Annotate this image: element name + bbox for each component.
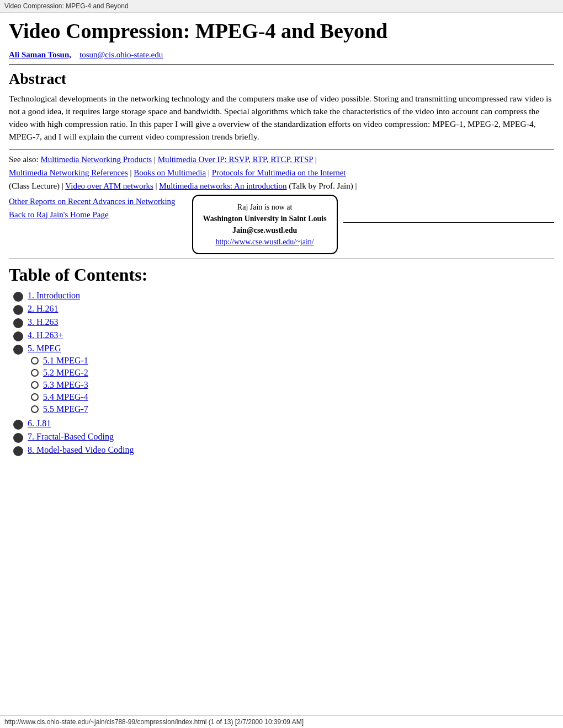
author-name-link[interactable]: Ali Saman Tosun, — [9, 50, 71, 59]
divider-1 — [9, 64, 554, 65]
toc-item-5: 5. MPEG 5.1 MPEG-1 5.2 MPEG-2 5.3 MPEG-3 — [13, 344, 554, 416]
toc-sublink-5-4[interactable]: 5.4 MPEG-4 — [43, 392, 88, 402]
toc-subitem-5-4: 5.4 MPEG-4 — [31, 392, 88, 402]
toc-subitem-5-2: 5.2 MPEG-2 — [31, 368, 88, 378]
toc-item-3: 3. H.263 — [13, 317, 554, 328]
bullet-3 — [13, 318, 23, 328]
toc-item-2: 2. H.261 — [13, 304, 554, 315]
see-also-line: See also: Multimedia Networking Products… — [9, 153, 554, 192]
author-line: Ali Saman Tosun, tosun@cis.ohio-state.ed… — [9, 50, 554, 60]
bullet-1 — [13, 292, 23, 302]
abstract-title: Abstract — [9, 70, 554, 88]
see-also-link-3[interactable]: Multimedia Networking References — [9, 168, 128, 177]
sub-bullet-5-2 — [31, 369, 39, 377]
toc-sublink-5-1[interactable]: 5.1 MPEG-1 — [43, 356, 88, 366]
toc-link-7[interactable]: 7. Fractal-Based Coding — [28, 432, 114, 442]
toc-link-2[interactable]: 2. H.261 — [28, 304, 59, 314]
toc-item-4: 4. H.263+ — [13, 330, 554, 341]
toc-sublink-5-3[interactable]: 5.3 MPEG-3 — [43, 380, 88, 390]
toc-title: Table of Contents: — [9, 265, 554, 285]
see-also-prefix: See also: — [9, 155, 39, 164]
footer-text: http://www.cis.ohio-state.edu/~jain/cis7… — [4, 718, 304, 726]
author-email-link[interactable]: tosun@cis.ohio-state.edu — [79, 50, 163, 59]
see-also-link-5[interactable]: Protocols for Multimedia on the Internet — [212, 168, 346, 177]
abstract-text: Technological developments in the networ… — [9, 92, 554, 143]
raj-jain-url[interactable]: http://www.cse.wustl.edu/~jain/ — [216, 238, 314, 246]
bottom-links-row: Other Reports on Recent Advances in Netw… — [9, 195, 554, 254]
page-title: Video Compression: MPEG-4 and Beyond — [9, 19, 554, 44]
bullet-2 — [13, 305, 23, 315]
toc-item-7: 7. Fractal-Based Coding — [13, 432, 554, 443]
other-reports-link[interactable]: Other Reports on Recent Advances in Netw… — [9, 197, 176, 206]
toc-link-8[interactable]: 8. Model-based Video Coding — [28, 445, 134, 455]
back-home-link[interactable]: Back to Raj Jain's Home Page — [9, 210, 109, 219]
toc-item-6: 6. J.81 — [13, 419, 554, 430]
sub-bullet-5-4 — [31, 393, 39, 401]
toc-item-8: 8. Model-based Video Coding — [13, 445, 554, 456]
toc-subitem-5-1: 5.1 MPEG-1 — [31, 356, 88, 366]
toc-link-4[interactable]: 4. H.263+ — [28, 330, 63, 340]
talk-text: (Talk by Prof. Jain) — [289, 181, 353, 190]
toc-list: 1. Introduction 2. H.261 3. H.263 4. H.2… — [9, 291, 554, 456]
raj-jain-right-line — [343, 222, 554, 223]
bottom-links: Other Reports on Recent Advances in Netw… — [9, 195, 176, 221]
toc-sublink-5-5[interactable]: 5.5 MPEG-7 — [43, 404, 88, 414]
bullet-4 — [13, 331, 23, 341]
toc-item-1: 1. Introduction — [13, 291, 554, 302]
footer: http://www.cis.ohio-state.edu/~jain/cis7… — [0, 715, 563, 728]
toc-link-3[interactable]: 3. H.263 — [28, 317, 59, 327]
see-also-link-4[interactable]: Books on Multimedia — [134, 168, 206, 177]
see-also-link-6[interactable]: Video over ATM networks — [65, 181, 153, 190]
browser-tab-text: Video Compression: MPEG-4 and Beyond — [4, 2, 129, 10]
bullet-8 — [13, 446, 23, 456]
bullet-5 — [13, 345, 23, 355]
raj-jain-line1: Raj Jain is now at — [203, 201, 327, 213]
bullet-6 — [13, 420, 23, 430]
see-also-link-2[interactable]: Multimedia Over IP: RSVP, RTP, RTCP, RTS… — [158, 155, 313, 164]
bottom-links-left: Other Reports on Recent Advances in Netw… — [9, 195, 176, 221]
toc-sublink-5-2[interactable]: 5.2 MPEG-2 — [43, 368, 88, 378]
toc-link-5[interactable]: 5. MPEG — [28, 344, 61, 354]
bullet-7 — [13, 433, 23, 443]
toc-subitem-5-3: 5.3 MPEG-3 — [31, 380, 88, 390]
see-also-link-1[interactable]: Multimedia Networking Products — [41, 155, 152, 164]
toc-link-1[interactable]: 1. Introduction — [28, 291, 80, 301]
toc-link-6[interactable]: 6. J.81 — [28, 419, 51, 429]
toc-sublist-5: 5.1 MPEG-1 5.2 MPEG-2 5.3 MPEG-3 5.4 MPE… — [13, 356, 88, 416]
raj-jain-line2: Washington University in Saint Louis — [203, 215, 327, 223]
see-also-link-7[interactable]: Multimedia networks: An introduction — [159, 181, 286, 190]
sub-bullet-5-3 — [31, 381, 39, 389]
divider-2 — [9, 259, 554, 259]
main-content: Video Compression: MPEG-4 and Beyond Ali… — [0, 13, 563, 480]
class-lecture-text: (Class Lecture) — [9, 181, 60, 190]
see-also-block: See also: Multimedia Networking Products… — [9, 149, 554, 192]
sub-bullet-5-5 — [31, 405, 39, 413]
browser-tab: Video Compression: MPEG-4 and Beyond — [0, 0, 563, 13]
sub-bullet-5-1 — [31, 357, 39, 365]
toc-subitem-5-5: 5.5 MPEG-7 — [31, 404, 88, 414]
raj-jain-line3: Jain@cse.wustl.edu — [232, 226, 297, 234]
raj-jain-box: Raj Jain is now at Washington University… — [192, 195, 338, 254]
